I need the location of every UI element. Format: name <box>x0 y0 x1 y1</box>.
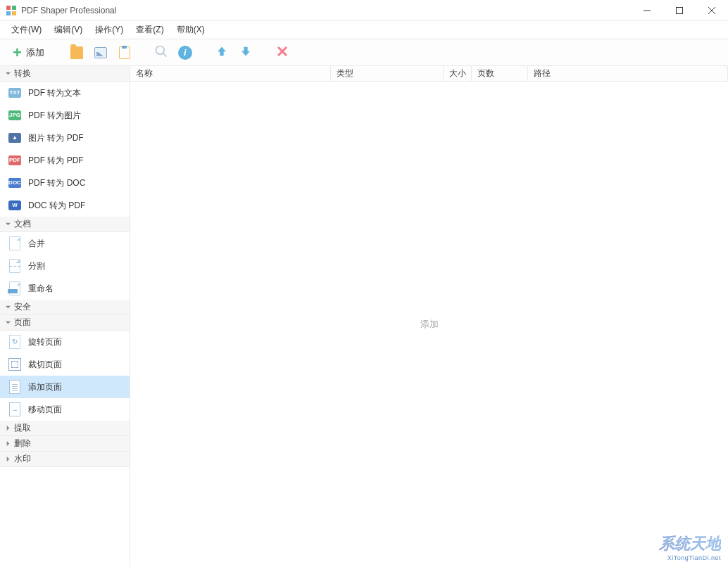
clipboard-icon <box>119 46 130 59</box>
item-label: DOC 转为 PDF <box>28 200 85 212</box>
svg-rect-2 <box>6 11 11 15</box>
item-label: 合并 <box>28 238 45 250</box>
menu-action[interactable]: 操作(Y) <box>89 22 129 38</box>
menu-file[interactable]: 文件(W) <box>6 22 47 38</box>
table-header: 名称 类型 大小 页数 路径 <box>130 66 728 82</box>
item-pdf-to-text[interactable]: TXT PDF 转为文本 <box>0 82 130 104</box>
section-document-label: 文档 <box>14 218 31 230</box>
item-pdf-to-pdf[interactable]: PDF PDF 转为 PDF <box>0 149 130 172</box>
plus-icon: + <box>13 45 22 60</box>
menu-help[interactable]: 帮助(X) <box>171 22 211 38</box>
crop-icon <box>8 358 21 371</box>
col-size[interactable]: 大小 <box>444 66 472 81</box>
search-button[interactable] <box>151 43 171 63</box>
remove-button[interactable] <box>272 43 292 63</box>
item-merge[interactable]: 合并 <box>0 232 130 255</box>
arrow-up-icon <box>215 45 228 60</box>
item-label: 分割 <box>28 260 45 272</box>
txt-icon: TXT <box>8 87 21 99</box>
item-pdf-to-doc[interactable]: DOC PDF 转为 DOC <box>0 172 130 194</box>
maximize-button[interactable] <box>663 0 696 21</box>
chevron-down-icon <box>4 70 11 77</box>
pdf-icon: PDF <box>8 154 21 167</box>
item-label: 旋转页面 <box>28 336 62 348</box>
chevron-right-icon <box>4 440 11 447</box>
rename-icon <box>8 282 21 295</box>
section-delete[interactable]: 删除 <box>0 436 130 452</box>
section-pages[interactable]: 页面 <box>0 315 130 331</box>
svg-rect-1 <box>12 6 16 10</box>
col-pages[interactable]: 页数 <box>472 66 528 81</box>
file-list[interactable]: 添加 <box>130 82 728 567</box>
col-path[interactable]: 路径 <box>528 66 728 81</box>
item-image-to-pdf[interactable]: ▲ 图片 转为 PDF <box>0 127 130 149</box>
empty-placeholder: 添加 <box>420 318 439 331</box>
chevron-right-icon <box>4 304 11 311</box>
window-title: PDF Shaper Professional <box>21 6 631 15</box>
svg-line-9 <box>163 53 166 56</box>
item-add-pages[interactable]: 添加页面 <box>0 376 130 398</box>
rotate-icon <box>8 336 21 348</box>
merge-icon <box>8 237 21 250</box>
section-delete-label: 删除 <box>14 438 31 450</box>
section-convert[interactable]: 转换 <box>0 66 130 82</box>
arrow-down-icon <box>239 45 252 60</box>
minimize-button[interactable] <box>631 0 663 21</box>
item-label: PDF 转为 PDF <box>28 155 84 167</box>
item-label: 图片 转为 PDF <box>28 132 84 144</box>
svg-rect-0 <box>6 6 11 10</box>
split-icon <box>8 260 21 272</box>
content: 转换 TXT PDF 转为文本 JPG PDF 转为图片 ▲ 图片 转为 PDF… <box>0 66 728 567</box>
app-icon <box>6 5 17 16</box>
item-pdf-to-image[interactable]: JPG PDF 转为图片 <box>0 104 130 127</box>
toolbar: + 添加 i <box>0 39 728 66</box>
item-doc-to-pdf[interactable]: W DOC 转为 PDF <box>0 194 130 217</box>
section-security[interactable]: 安全 <box>0 300 130 315</box>
titlebar: PDF Shaper Professional <box>0 0 728 21</box>
close-icon <box>277 46 288 60</box>
section-watermark[interactable]: 水印 <box>0 452 130 467</box>
add-page-icon <box>8 381 21 393</box>
col-type[interactable]: 类型 <box>331 66 444 81</box>
svg-rect-5 <box>677 7 683 13</box>
info-button[interactable]: i <box>175 43 195 63</box>
word-icon: W <box>8 199 21 212</box>
paste-button[interactable] <box>115 43 134 63</box>
chevron-down-icon <box>4 221 11 228</box>
info-icon: i <box>178 46 192 60</box>
add-button[interactable]: + 添加 <box>7 42 50 63</box>
item-label: 重命名 <box>28 283 54 295</box>
svg-point-8 <box>156 46 164 54</box>
col-name[interactable]: 名称 <box>130 66 331 81</box>
section-convert-label: 转换 <box>14 68 31 79</box>
image-icon <box>94 47 107 58</box>
section-document[interactable]: 文档 <box>0 217 130 232</box>
search-icon <box>154 44 168 61</box>
svg-rect-3 <box>12 11 16 15</box>
menu-view[interactable]: 查看(Z) <box>130 22 169 38</box>
close-button[interactable] <box>696 0 728 21</box>
item-move-pages[interactable]: 移动页面 <box>0 398 130 421</box>
section-watermark-label: 水印 <box>14 453 31 465</box>
menu-edit[interactable]: 编辑(V) <box>49 22 88 38</box>
move-down-button[interactable] <box>236 43 256 63</box>
item-crop-pages[interactable]: 裁切页面 <box>0 353 130 376</box>
add-image-button[interactable] <box>91 43 111 63</box>
item-label: PDF 转为文本 <box>28 87 81 99</box>
item-rotate-pages[interactable]: 旋转页面 <box>0 331 130 353</box>
menubar: 文件(W) 编辑(V) 操作(Y) 查看(Z) 帮助(X) <box>0 21 728 39</box>
folder-icon <box>70 46 83 59</box>
item-label: 添加页面 <box>28 381 62 393</box>
section-pages-label: 页面 <box>14 317 31 329</box>
section-extract-label: 提取 <box>14 422 31 434</box>
item-label: 裁切页面 <box>28 359 62 371</box>
move-page-icon <box>8 403 21 416</box>
item-rename[interactable]: 重命名 <box>0 277 130 300</box>
section-extract[interactable]: 提取 <box>0 421 130 436</box>
item-split[interactable]: 分割 <box>0 255 130 277</box>
window-controls <box>631 0 728 21</box>
move-up-button[interactable] <box>212 43 232 63</box>
item-label: PDF 转为 DOC <box>28 177 85 189</box>
picture-icon: ▲ <box>8 132 21 144</box>
open-folder-button[interactable] <box>67 43 87 63</box>
